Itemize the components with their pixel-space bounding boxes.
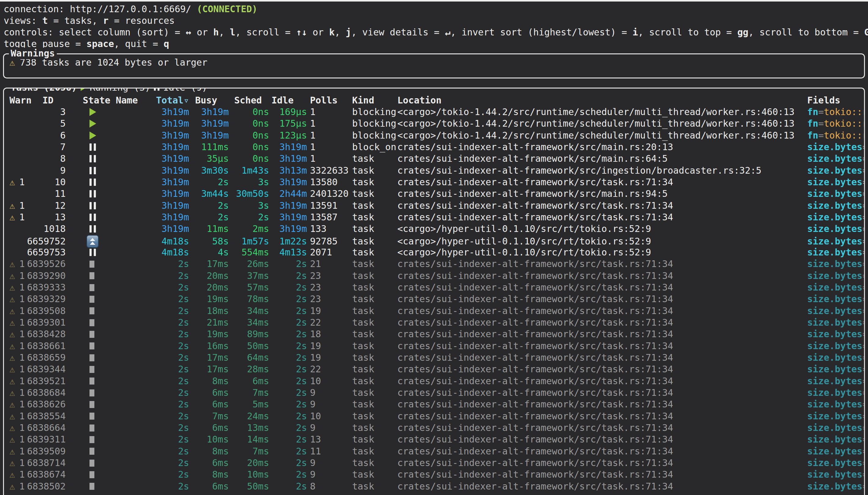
table-row[interactable]: 53h19m3h19m0ns175µs1blocking<cargo>/toki… <box>10 118 864 130</box>
sched-cell: 7ms <box>253 387 269 398</box>
table-row[interactable]: 66597524m18s58s1m57s1m22s92785task<cargo… <box>10 235 864 246</box>
location-cell: crates/sui-indexer-alt-framework/src/tas… <box>395 176 795 188</box>
col-header-polls[interactable]: Polls <box>307 95 349 106</box>
table-row[interactable]: ⚠168395262s17ms26ms2s21taskcrates/sui-in… <box>10 258 864 270</box>
table-row[interactable]: ⚠168395082s18ms34ms2s19taskcrates/sui-in… <box>10 305 864 317</box>
table-row[interactable]: ⚠168386592s17ms64ms2s19taskcrates/sui-in… <box>10 352 864 363</box>
warning-triangle-icon: ⚠ <box>10 270 15 282</box>
field-equals: = <box>863 352 865 363</box>
table-row[interactable]: ⚠168393112s10ms14ms2s13taskcrates/sui-in… <box>10 434 864 445</box>
col-header-warn[interactable]: Warn <box>10 95 36 106</box>
warn-count: 1 <box>19 305 25 317</box>
sched-cell: 28ms <box>247 363 269 375</box>
pause-icon <box>89 225 96 233</box>
completed-square-icon <box>89 425 94 431</box>
state-cell <box>66 143 101 151</box>
kind-cell: task <box>349 258 395 270</box>
key-token: i <box>633 27 638 37</box>
location-cell: crates/sui-indexer-alt-framework/src/tas… <box>395 258 795 270</box>
completed-square-icon <box>89 483 94 490</box>
table-row[interactable]: 83h19m35µs0ns3h19m1taskcrates/sui-indexe… <box>10 153 864 165</box>
warning-triangle-icon: ⚠ <box>10 375 15 387</box>
idle-cell: 2s <box>296 282 307 293</box>
col-header-kind[interactable]: Kind <box>349 95 395 106</box>
table-row[interactable]: ⚠168386612s16ms50ms2s19taskcrates/sui-in… <box>10 340 864 352</box>
polls-cell: 23 <box>307 282 349 293</box>
table-row[interactable]: ⚠168393442s17ms28ms2s22taskcrates/sui-in… <box>10 363 864 375</box>
kind-cell: task <box>349 434 395 445</box>
task-id: 11 <box>55 188 66 200</box>
table-row[interactable]: ⚠1133h19m2s2s3h19m13587taskcrates/sui-in… <box>10 211 864 223</box>
fields-cell: size.bytes= <box>795 328 865 340</box>
state-cell <box>66 366 101 373</box>
table-row[interactable]: 63h19m3h19m0ns123µs1blocking<cargo>/toki… <box>10 130 864 141</box>
table-row[interactable]: 93h19m3m30s1m43s3h13m3322633taskcrates/s… <box>10 165 864 176</box>
table-row[interactable]: 10183h19m11ms2ms3h19m133task<cargo>/hype… <box>10 223 864 235</box>
field-equals: = <box>863 422 865 433</box>
field-equals: = <box>863 247 865 258</box>
field-key: size.bytes <box>807 247 863 258</box>
fields-cell: size.bytes= <box>795 153 865 165</box>
field-key: size.bytes <box>807 458 863 468</box>
table-row[interactable]: ⚠168395092s8ms7ms2s11taskcrates/sui-inde… <box>10 446 864 457</box>
table-row[interactable]: ⚠168386742s8ms10ms2s9taskcrates/sui-inde… <box>10 469 864 480</box>
busy-cell: 2s <box>218 211 229 223</box>
col-header-id[interactable]: ID <box>36 95 66 106</box>
task-id: 7 <box>60 141 66 153</box>
table-row[interactable]: ⚠168393292s19ms78ms2s23taskcrates/sui-in… <box>10 293 864 305</box>
table-row[interactable]: 66597534m18s4s554ms4m13s2071task<cargo>/… <box>10 246 864 258</box>
fields-cell: size.bytes= <box>795 457 865 469</box>
warning-triangle-icon: ⚠ <box>10 469 15 480</box>
idle-cell: 3h19m <box>280 223 307 235</box>
toggle-pause-line: toggle pause = space, quit = q <box>4 38 868 50</box>
kind-cell: task <box>349 223 395 235</box>
table-row[interactable]: ⚠168387142s6ms20ms2s9taskcrates/sui-inde… <box>10 457 864 469</box>
idle-cell: 3h19m <box>280 200 307 211</box>
table-row[interactable]: ⚠168393012s21ms34ms2s22taskcrates/sui-in… <box>10 317 864 328</box>
col-header-state[interactable]: State <box>66 95 101 106</box>
col-header-fields[interactable]: Fields <box>795 95 864 106</box>
col-header-idle[interactable]: Idle <box>269 95 307 106</box>
table-row[interactable]: ⚠168386842s6ms7ms2s9taskcrates/sui-index… <box>10 387 864 398</box>
kind-cell: blocking <box>349 130 395 141</box>
warning-triangle-icon: ⚠ <box>10 293 15 305</box>
table-row[interactable]: 33h19m3h19m0ns169µs1blocking<cargo>/toki… <box>10 106 864 118</box>
table-row[interactable]: ⚠168393332s20ms57ms2s23taskcrates/sui-in… <box>10 282 864 293</box>
table-row[interactable]: 73h19m111ms0ns3h19m1block_oncrates/sui-i… <box>10 141 864 153</box>
completed-square-icon <box>89 307 94 314</box>
warning-triangle-icon: ⚠ <box>10 305 15 317</box>
table-row[interactable]: ⚠168384282s19ms89ms2s18taskcrates/sui-in… <box>10 328 864 340</box>
table-row[interactable]: ⚠1103h19m2s3s3h19m13580taskcrates/sui-in… <box>10 176 864 188</box>
field-key: size.bytes <box>807 270 863 281</box>
completed-square-icon <box>89 261 94 268</box>
field-equals: = <box>863 434 865 445</box>
busy-cell: 35µs <box>207 153 229 165</box>
table-row[interactable]: ⚠168385022s6ms50ms2s8taskcrates/sui-inde… <box>10 481 864 492</box>
warning-triangle-icon: ⚠ <box>10 387 15 398</box>
busy-cell: 6ms <box>212 422 229 434</box>
kind-cell: task <box>349 246 395 258</box>
polls-cell: 1 <box>307 141 349 153</box>
col-header-total-sorted[interactable]: Total▿ <box>156 95 189 106</box>
location-cell: crates/sui-indexer-alt-framework/src/tas… <box>395 410 795 422</box>
fields-cell: size.bytes= <box>795 236 865 247</box>
table-row[interactable]: ⚠168392902s20ms37ms2s23taskcrates/sui-in… <box>10 270 864 282</box>
task-id: 6838661 <box>27 340 66 352</box>
total-cell: 2s <box>178 457 189 469</box>
field-key: size.bytes <box>807 341 863 351</box>
field-key: size.bytes <box>807 364 863 374</box>
total-cell: 2s <box>178 434 189 445</box>
col-header-sched[interactable]: Sched <box>229 95 269 106</box>
col-header-busy[interactable]: Busy <box>189 95 229 106</box>
pause-icon <box>89 167 96 174</box>
table-row[interactable]: ⚠168385542s7ms24ms2s10taskcrates/sui-ind… <box>10 410 864 422</box>
col-header-location[interactable]: Location <box>395 95 795 106</box>
col-header-name[interactable]: Name <box>101 95 135 106</box>
table-row[interactable]: 113h19m3m44s30m50s2h44m2401320taskcrates… <box>10 188 864 200</box>
table-row[interactable]: ⚠1123h19m2s3s3h19m13591taskcrates/sui-in… <box>10 200 864 211</box>
warning-triangle-icon: ⚠ <box>10 434 15 445</box>
key-token: k <box>329 27 335 37</box>
table-row[interactable]: ⚠168386642s6ms13ms2s9taskcrates/sui-inde… <box>10 422 864 434</box>
table-row[interactable]: ⚠168386262s6ms5ms2s9taskcrates/sui-index… <box>10 398 864 410</box>
table-row[interactable]: ⚠168395212s8ms6ms2s10taskcrates/sui-inde… <box>10 375 864 387</box>
